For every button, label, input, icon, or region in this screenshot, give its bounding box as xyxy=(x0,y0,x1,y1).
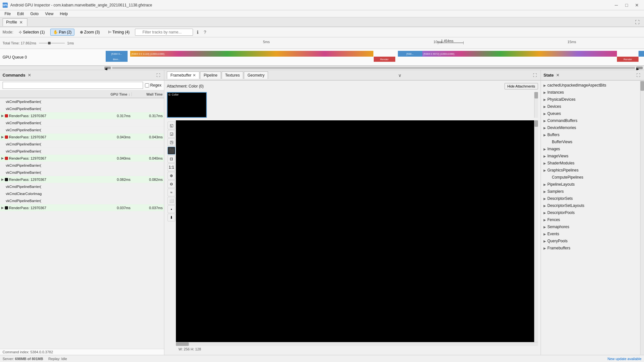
table-row[interactable]: ▶RenderPass: 129703670.043ms0.043ms xyxy=(0,134,164,141)
list-item[interactable]: ▶ShaderModules xyxy=(541,160,640,167)
commands-close-button[interactable]: ✕ xyxy=(27,73,32,78)
list-item[interactable]: ▶Devices xyxy=(541,103,640,110)
table-row[interactable]: ▶RenderPass: 129703670.037ms0.037ms xyxy=(0,204,164,211)
minimize-button[interactable]: ─ xyxy=(612,2,621,8)
update-link[interactable]: New update available xyxy=(608,357,641,361)
table-row[interactable]: vkCmdPipelineBarrier( xyxy=(0,126,164,134)
tool-1to1[interactable]: 1:1 xyxy=(168,163,175,171)
list-item[interactable]: ▶DescriptorSetLayouts xyxy=(541,202,640,209)
table-row[interactable]: ▶RenderPass: 129703670.040ms0.040ms xyxy=(0,155,164,162)
tool-select[interactable]: ⊡ xyxy=(168,155,175,163)
hide-attachments-button[interactable]: Hide Attachments xyxy=(505,83,538,89)
tab-pipeline[interactable]: Pipeline xyxy=(200,71,221,79)
table-row[interactable]: vkCmdPipelineBarrier( xyxy=(0,197,164,204)
timeline-slider[interactable] xyxy=(39,41,65,45)
list-item[interactable]: ▶QueryPools xyxy=(541,237,640,245)
state-scroll[interactable] xyxy=(640,80,644,355)
tool-zoom-out[interactable]: ⊖ xyxy=(168,180,175,188)
table-row[interactable]: vkCmdClearColorImag xyxy=(0,190,164,197)
list-item[interactable]: ▶Buffers xyxy=(541,131,640,138)
tool-flip-v[interactable]: ◳ xyxy=(168,138,175,146)
list-item[interactable]: ▶GraphicsPipelines xyxy=(541,167,640,174)
profile-tab[interactable]: Profile ✕ xyxy=(3,18,27,26)
thumbnail-scroll[interactable] xyxy=(534,92,538,118)
scroll-left-arrow[interactable]: ◀ xyxy=(104,67,111,69)
regex-checkbox[interactable] xyxy=(145,83,149,88)
canvas-scroll-thumb-v[interactable] xyxy=(534,120,538,127)
table-row[interactable]: vkCmdPipelineBarrier( xyxy=(0,141,164,148)
table-row[interactable]: ▶RenderPass: 129703670.317ms0.317ms xyxy=(0,112,164,119)
list-item[interactable]: ▶ImageViews xyxy=(541,153,640,160)
help-button[interactable]: ? xyxy=(202,29,207,35)
thumb-scroll-thumb[interactable] xyxy=(534,92,538,98)
maximize-button[interactable]: □ xyxy=(622,2,631,8)
table-row[interactable]: vkCmdPipelineBarrier( xyxy=(0,169,164,176)
table-row[interactable]: ▶RenderPass: 129703670.082ms0.082ms xyxy=(0,176,164,183)
tool-color[interactable]: ⬛ xyxy=(168,147,175,154)
menu-file[interactable]: File xyxy=(1,11,14,17)
tab-framebuffer[interactable]: Framebuffer ✕ xyxy=(167,71,199,79)
tool-zoom-in[interactable]: ⊕ xyxy=(168,172,175,180)
timeline-scroll[interactable]: ◀ ▶ xyxy=(0,66,644,70)
zoom-mode-button[interactable]: ⊕ Zoom (3) xyxy=(77,29,103,36)
list-item[interactable]: ▶Events xyxy=(541,230,640,237)
tool-download[interactable]: ⬇ xyxy=(168,214,175,221)
timing-mode-button[interactable]: ⊢ Timing (4) xyxy=(105,29,133,36)
menu-goto[interactable]: Goto xyxy=(27,11,42,17)
tool-fit[interactable]: ◱ xyxy=(168,122,175,129)
list-item[interactable]: ▶Instances xyxy=(541,89,640,96)
expand-arrow-icon[interactable]: ▶ xyxy=(1,114,4,117)
thumbnail-color-0[interactable]: 0: Color xyxy=(167,92,207,118)
list-item[interactable]: ▶DescriptorPools xyxy=(541,209,640,216)
canvas-scroll-h[interactable] xyxy=(176,342,538,346)
table-row[interactable]: vkCmdPipelineBarrier( xyxy=(0,119,164,126)
list-item[interactable]: ▶Images xyxy=(541,145,640,153)
tool-small-dot[interactable]: ▪ xyxy=(168,205,175,213)
tool-checkerboard[interactable]: ⬜ xyxy=(168,197,175,205)
state-scroll-thumb[interactable] xyxy=(640,81,644,91)
filter-input[interactable] xyxy=(135,29,193,36)
canvas-scroll-thumb-h[interactable] xyxy=(176,342,189,346)
menu-edit[interactable]: Edit xyxy=(14,11,27,17)
list-item[interactable]: ▶PhysicalDevices xyxy=(541,96,640,103)
profile-tab-close[interactable]: ✕ xyxy=(18,20,24,25)
table-row[interactable]: vkCmdPipelineBarrier( xyxy=(0,98,164,105)
commands-expand-button[interactable]: ⛶ xyxy=(155,72,161,78)
commands-search-input[interactable] xyxy=(3,82,143,89)
selection-mode-button[interactable]: ⊹ Selection (1) xyxy=(16,29,47,36)
expand-arrow-icon[interactable]: ▶ xyxy=(1,178,4,181)
gpu-queue-content[interactable]: [5384 0... Binn... [5384 0 0 1110] (2280… xyxy=(103,49,644,65)
framebuffer-expand-button[interactable]: ⛶ xyxy=(532,72,538,78)
info-button[interactable]: ℹ xyxy=(196,29,200,35)
menu-view[interactable]: View xyxy=(42,11,57,17)
close-button[interactable]: ✕ xyxy=(632,2,641,8)
list-item[interactable]: ▶Samplers xyxy=(541,188,640,195)
state-expand-button[interactable]: ⛶ xyxy=(635,72,641,78)
profile-expand-button[interactable]: ⛶ xyxy=(633,19,641,25)
scroll-track[interactable] xyxy=(112,67,635,69)
list-item[interactable]: ▶cachedUnpackedImageAspectBits xyxy=(541,82,640,89)
table-row[interactable]: vkCmdPipelineBarrier( xyxy=(0,162,164,169)
tab-textures[interactable]: Textures xyxy=(222,71,243,79)
scroll-right-arrow[interactable]: ▶ xyxy=(636,67,643,69)
list-item[interactable]: ▶DescriptorSets xyxy=(541,195,640,202)
canvas-scroll-v[interactable] xyxy=(534,120,538,342)
table-row[interactable]: vkCmdPipelineBarrier( xyxy=(0,148,164,155)
list-item[interactable]: BufferViews xyxy=(541,138,640,145)
list-item[interactable]: ▶Semaphores xyxy=(541,223,640,230)
expand-arrow-icon[interactable]: ▶ xyxy=(1,206,4,209)
table-row[interactable]: vkCmdPipelineBarrier( xyxy=(0,105,164,112)
list-item[interactable]: ▶Framebuffers xyxy=(541,245,640,252)
list-item[interactable]: ▶Queues xyxy=(541,110,640,117)
list-item[interactable]: ▶CommandBuffers xyxy=(541,117,640,124)
table-row[interactable]: vkCmdPipelineBarrier( xyxy=(0,183,164,190)
list-item[interactable]: ▶PipelineLayouts xyxy=(541,181,640,188)
tool-histogram[interactable]: ≈ xyxy=(168,189,175,196)
pan-mode-button[interactable]: ✋ Pan (2) xyxy=(50,29,74,36)
regex-label[interactable]: Regex xyxy=(145,83,161,88)
expand-arrow-icon[interactable]: ▶ xyxy=(1,135,4,139)
framebuffer-tab-close[interactable]: ✕ xyxy=(193,73,196,78)
scroll-thumb[interactable] xyxy=(112,67,635,69)
list-item[interactable]: ▶DeviceMemories xyxy=(541,124,640,131)
tab-geometry[interactable]: Geometry xyxy=(244,71,268,79)
